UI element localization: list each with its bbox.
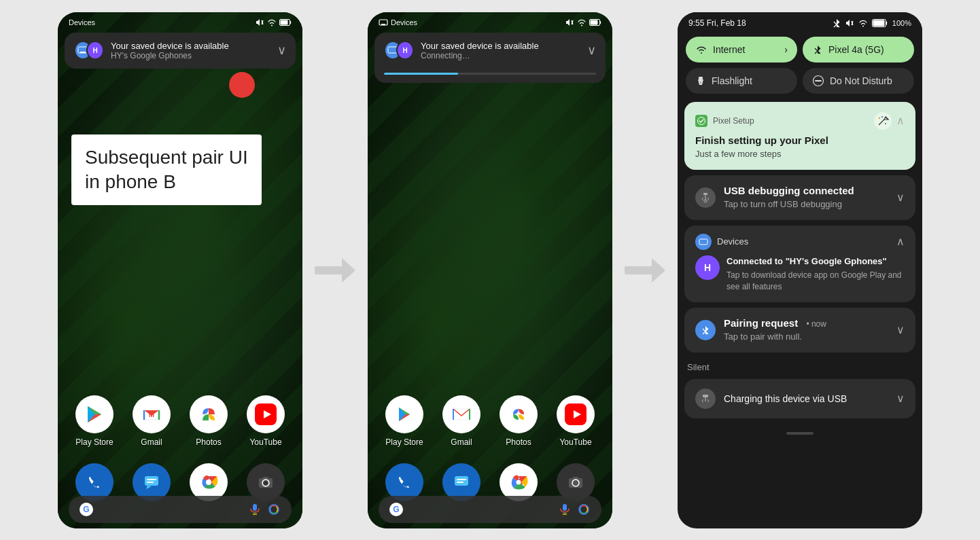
svg-rect-3 [281, 20, 288, 24]
youtube-icon-2 [557, 395, 595, 433]
photos-icon-1 [190, 395, 228, 433]
notif-card-2[interactable]: H Your saved device is available Connect… [374, 33, 606, 83]
bottom-handle [786, 432, 813, 435]
gmail-label-1: Gmail [141, 437, 162, 447]
background-leaves-1 [58, 12, 302, 528]
arrow-shape-1 [315, 258, 355, 283]
notif-chevron-1[interactable]: ∨ [277, 43, 286, 58]
svg-rect-32 [381, 24, 385, 25]
notif-card-1[interactable]: H Your saved device is available HY's Go… [65, 33, 296, 69]
internet-tile-arrow: › [784, 44, 788, 55]
progress-fill-2 [384, 73, 458, 75]
pairing-expand[interactable]: ∨ [896, 323, 905, 336]
svg-rect-15 [145, 476, 158, 486]
app-playstore-2[interactable]: Play Store [379, 395, 430, 447]
arrow-2 [618, 258, 672, 283]
google-g-1: G [80, 503, 93, 516]
bt-tile-icon [812, 44, 823, 55]
app-youtube-2[interactable]: YouTube [550, 395, 601, 447]
status-app-name-1: Devices [69, 18, 95, 26]
pixel-setup-expand[interactable]: ∧ [896, 114, 905, 127]
app-playstore-1[interactable]: Play Store [69, 395, 120, 447]
search-bar-1[interactable]: G [69, 496, 292, 523]
photos-label-1: Photos [196, 437, 221, 447]
pixel-setup-title: Finish setting up your Pixel [695, 134, 905, 146]
pixel-setup-body: Just a few more steps [695, 148, 905, 160]
svg-rect-55 [573, 477, 578, 479]
pairing-app-name: Pairing request [724, 317, 798, 329]
charging-expand[interactable]: ∨ [896, 392, 905, 405]
usb-debug-icon [695, 187, 716, 208]
mic-icon-1 [248, 503, 262, 516]
usb-debug-body: Tap to turn off USB debugging [724, 198, 888, 211]
svg-rect-65 [873, 20, 884, 26]
svg-rect-78 [703, 193, 707, 195]
dnd-tile-label: Do Not Disturb [830, 75, 892, 86]
charging-usb-icon [701, 394, 710, 403]
shade-status-bar: 9:55 Fri, Feb 18 100% [678, 12, 922, 31]
notif-text-1: Your saved device is available HY's Goog… [111, 41, 270, 60]
charging-notif[interactable]: Charging this device via USB ∨ [684, 379, 915, 418]
playstore-icon-2 [385, 395, 423, 433]
svg-rect-26 [263, 477, 268, 479]
app-gmail-1[interactable]: M Gmail [126, 395, 177, 447]
bottom-handle-area [684, 427, 915, 440]
usb-debug-expand[interactable]: ∨ [896, 191, 905, 204]
notif-chevron-2[interactable]: ∨ [587, 43, 596, 58]
battery-icon-1 [279, 19, 292, 26]
status-bar-2: Devices [368, 12, 612, 30]
devices-notif-expand[interactable]: ∧ [896, 235, 905, 248]
devices-notif-text: Connected to "HY's Google Gphones" Tap t… [727, 255, 905, 293]
devices-connected-notif[interactable]: Devices ∧ H Connected to "HY's Google Gp… [684, 226, 915, 302]
search-bar-2[interactable]: G [379, 496, 601, 523]
battery-icon-2 [589, 19, 601, 26]
label-line2: in phone B [85, 170, 248, 194]
mute-status-icon [845, 18, 854, 28]
gmail-icon-1: M [133, 395, 171, 433]
svg-point-73 [698, 117, 705, 124]
app-photos-1[interactable]: Photos [183, 395, 234, 447]
notification-shade-panel: 9:55 Fri, Feb 18 100% Internet › Pixel 4… [678, 12, 922, 528]
pixel-setup-app-icon [695, 115, 707, 127]
wifi-status-icon [858, 18, 868, 28]
notif-title-2: Your saved device is available [421, 41, 580, 51]
svg-point-75 [879, 118, 880, 119]
pairing-timestamp: • now [806, 319, 826, 329]
usb-debug-notif[interactable]: USB debugging connected Tap to turn off … [684, 175, 915, 220]
charging-icon [695, 389, 716, 409]
shade-notifications-list: Pixel Setup ∧ Finish setting up your Pix… [678, 99, 922, 528]
svg-point-51 [517, 480, 521, 484]
svg-point-25 [264, 481, 268, 485]
quick-tile-internet[interactable]: Internet › [686, 37, 797, 62]
svg-point-76 [881, 116, 883, 118]
pixel-setup-notif-header: Pixel Setup ∧ [695, 111, 905, 130]
lens-icon-2 [577, 503, 591, 516]
app-gmail-2[interactable]: Gmail [436, 395, 487, 447]
quick-tile-dnd[interactable]: Do Not Disturb [803, 68, 914, 94]
wifi-icon-2 [577, 18, 587, 27]
mic-icon-2 [558, 503, 572, 516]
notif-subtitle-1: HY's Google Gphones [111, 51, 270, 60]
status-icons-1 [255, 18, 292, 27]
app-photos-2[interactable]: Photos [493, 395, 544, 447]
battery-percent: 100% [892, 19, 911, 27]
phone-screen-2: Devices H Your saved device is available… [368, 12, 612, 528]
notif-icons-1: H [74, 41, 104, 60]
quick-tile-pixel4a[interactable]: Pixel 4a (5G) [803, 37, 914, 62]
svg-rect-47 [457, 479, 466, 480]
status-icons-2 [565, 18, 601, 27]
photos-icon-2 [500, 395, 538, 433]
svg-rect-36 [591, 20, 598, 24]
usb-debug-text: USB debugging connected Tap to turn off … [724, 185, 888, 211]
flashlight-tile-label: Flashlight [712, 75, 752, 86]
pairing-request-notif[interactable]: Pairing request • now Tap to pair with n… [684, 308, 915, 353]
quick-tiles: Internet › Pixel 4a (5G) Flashlight Do N… [678, 31, 922, 99]
pairing-bt-icon [695, 320, 716, 340]
quick-tile-flashlight[interactable]: Flashlight [686, 68, 797, 94]
app-youtube-1[interactable]: YouTube [240, 395, 292, 447]
flashlight-tile-icon [695, 75, 706, 86]
bluetooth-pairing-icon [701, 325, 710, 336]
pixel-setup-notif[interactable]: Pixel Setup ∧ Finish setting up your Pix… [684, 102, 915, 170]
notif-icons-2: H [384, 41, 414, 60]
svg-rect-68 [699, 77, 703, 79]
